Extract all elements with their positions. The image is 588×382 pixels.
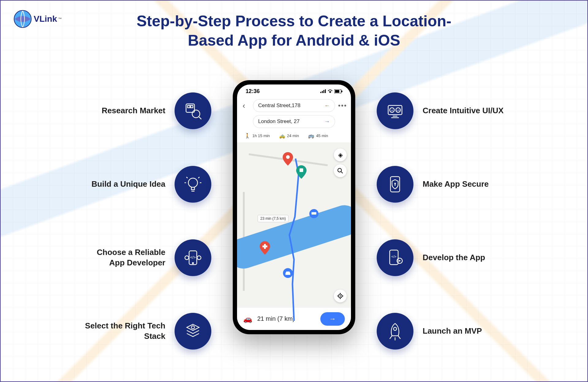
route-info-label: 23 min (7,5 km) [258,215,288,222]
cellular-icon [320,89,326,93]
status-bar: 12:36 [237,84,351,98]
go-arrow-icon: → [324,118,330,125]
step-label: Create Intuitive UI/UX [423,106,505,116]
left-steps-column: Research Market Build a Unique Idea </> … [83,80,211,350]
svg-point-31 [338,168,341,172]
map-view[interactable]: 23 min (7,5 km) ◈ [237,142,351,307]
svg-point-34 [340,295,341,297]
route-line [280,155,311,327]
svg-point-52 [399,260,401,262]
page-title: Step-by-Step Process to Create a Locatio… [1,12,587,50]
step-unique-idea: Build a Unique Idea [83,166,211,203]
step-secure: Make App Secure [377,166,505,203]
walk-icon: 🚶 [244,133,251,139]
step-research-market: Research Market [83,92,211,129]
svg-line-11 [187,177,188,178]
battery-icon [334,89,342,93]
phone-mockup: 12:36 ‹ Central Street,178 ← ••• [233,80,355,334]
step-label: Select the Right Tech Stack [83,321,165,342]
transport-modes: 🚶1h 15 min 🚕24 min 🚌45 min [243,131,345,139]
svg-rect-20 [322,91,323,93]
step-label: Develop the App [423,253,505,263]
step-label: Make App Secure [423,179,505,189]
taxi-icon: 🚕 [279,133,285,139]
svg-point-14 [192,263,194,264]
wifi-icon [328,89,333,93]
status-icons [320,89,342,93]
taxi-pin-icon [309,208,319,222]
main-layout: Research Market Build a Unique Idea </> … [1,80,587,369]
step-label: Build a Unique Idea [83,179,165,189]
mode-taxi[interactable]: 🚕24 min [279,133,299,139]
svg-point-26 [286,155,290,159]
svg-point-18 [191,326,194,329]
car-icon: 🚗 [243,315,252,323]
svg-rect-39 [388,106,402,115]
svg-rect-24 [335,90,339,93]
destination-car-pin-icon [283,268,293,281]
step-label: Launch an MVP [423,326,505,336]
step-developer: </> Choose a Reliable App Developer [83,239,211,276]
svg-point-53 [394,328,397,331]
origin-pin-icon [283,152,293,166]
code-gear-icon: </> [377,239,413,276]
svg-point-47 [394,183,396,184]
svg-point-7 [188,178,198,187]
svg-text:</>: </> [391,255,397,258]
svg-rect-21 [323,90,324,93]
step-uiux: UIUX Create Intuitive UI/UX [377,92,505,129]
start-navigation-button[interactable]: → [320,312,345,326]
lightbulb-icon [175,166,211,203]
svg-rect-5 [188,106,190,108]
svg-line-12 [198,177,200,178]
phone-screen: 12:36 ‹ Central Street,178 ← ••• [237,84,351,330]
svg-rect-6 [191,106,193,108]
uiux-icon: UIUX [377,92,413,129]
step-label: Choose a Reliable App Developer [83,247,165,268]
hospital-pin-icon [260,241,270,255]
svg-rect-25 [341,91,342,92]
rocket-icon [377,313,413,350]
svg-text:UX: UX [397,109,400,112]
shop-pin-icon [296,165,307,179]
svg-rect-29 [311,212,316,215]
svg-rect-27 [300,168,303,172]
svg-line-32 [341,172,343,173]
mode-bus[interactable]: 🚌45 min [308,133,328,139]
svg-line-4 [199,117,202,119]
back-icon[interactable]: ‹ [243,101,250,110]
step-develop: </> Develop the App [377,239,505,276]
clock: 12:36 [246,88,260,95]
step-label: Research Market [83,106,165,116]
shield-icon [377,166,413,203]
svg-point-3 [192,110,200,118]
svg-point-16 [185,256,189,260]
mode-walk[interactable]: 🚶1h 15 min [244,133,270,139]
from-address-input[interactable]: Central Street,178 ← [253,99,335,112]
developer-icon: </> [175,239,211,276]
bus-icon: 🚌 [308,133,314,139]
svg-rect-19 [320,92,321,93]
map-search-button[interactable] [334,164,347,177]
search-controls: ‹ Central Street,178 ← ••• ‹ London Stre… [237,98,351,142]
to-address-input[interactable]: London Street, 27 → [253,115,335,128]
step-tech-stack: Select the Right Tech Stack [83,313,211,350]
step-launch: Launch an MVP [377,313,505,350]
research-icon [175,92,211,129]
layers-button[interactable]: ◈ [334,148,347,161]
stack-icon [175,313,211,350]
svg-point-17 [197,256,201,260]
svg-rect-22 [325,89,326,93]
right-steps-column: UIUX Create Intuitive UI/UX Make App Sec… [377,80,505,350]
svg-text:</>: </> [190,255,196,260]
locate-me-button[interactable] [334,290,347,302]
svg-text:UI: UI [391,109,393,112]
swap-arrow-icon: ← [324,103,330,109]
more-icon[interactable]: ••• [338,102,345,110]
